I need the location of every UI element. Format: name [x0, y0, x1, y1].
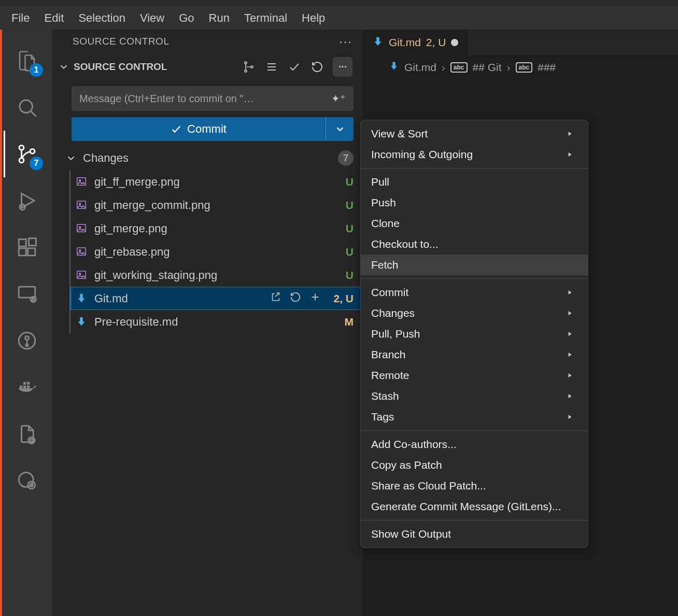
file-status: U	[346, 199, 354, 212]
menu-item-push[interactable]: Push	[361, 192, 588, 213]
menu-item-pull[interactable]: Pull	[361, 172, 588, 192]
file-row[interactable]: Git.md 2, U	[70, 287, 363, 310]
svg-rect-8	[19, 248, 26, 256]
activity-run-debug[interactable]	[4, 177, 50, 224]
svg-point-0	[20, 100, 33, 113]
menu-file[interactable]: File	[4, 7, 37, 29]
menu-item-remote[interactable]: Remote	[361, 365, 588, 386]
menu-item-view-sort[interactable]: View & Sort	[361, 123, 588, 144]
menu-item-branch[interactable]: Branch	[361, 344, 588, 365]
markdown-icon	[372, 36, 384, 50]
menu-item-label: Push	[371, 197, 396, 209]
file-status: U	[346, 246, 354, 258]
breadcrumbs[interactable]: Git.md › abc ## Git › abc ###	[363, 55, 678, 79]
commit-placeholder: Message (Ctrl+Enter to commit on "…	[79, 93, 254, 105]
scm-more-icon[interactable]: ···	[333, 57, 352, 77]
stage-icon[interactable]	[309, 291, 321, 306]
activity-gitlens[interactable]	[4, 317, 50, 364]
activity-explorer[interactable]: 1	[4, 37, 50, 84]
menu-view[interactable]: View	[133, 7, 172, 29]
menu-item-generate-commit-message-gitlens[interactable]: Generate Commit Message (GitLens)...	[361, 496, 588, 517]
file-name: git_rebase.png	[94, 245, 170, 259]
activity-search[interactable]	[4, 84, 50, 131]
menu-item-show-git-output[interactable]: Show Git Output	[361, 524, 588, 544]
commit-dropdown[interactable]	[326, 117, 354, 141]
chevron-right-icon	[566, 307, 573, 319]
explorer-badge: 1	[30, 63, 43, 77]
sparkle-icon[interactable]: ✦⁺	[331, 92, 346, 105]
menu-help[interactable]: Help	[294, 7, 332, 29]
menu-item-pull-push[interactable]: Pull, Push	[361, 324, 588, 344]
md-icon	[76, 292, 88, 305]
menu-item-changes[interactable]: Changes	[361, 303, 588, 324]
menu-item-label: Copy as Patch	[371, 459, 442, 471]
changes-header[interactable]: Changes 7	[52, 145, 363, 170]
activity-source-control[interactable]: 7	[4, 131, 50, 177]
scm-check-icon[interactable]	[287, 60, 302, 74]
activity-extensions[interactable]	[4, 224, 50, 271]
scm-list-icon[interactable]	[264, 60, 279, 74]
chevron-right-icon: ›	[507, 61, 511, 74]
file-name: git_ff_merge.png	[94, 175, 180, 189]
tab-dirty-indicator[interactable]	[451, 39, 458, 46]
editor-tab[interactable]: Git.md 2, U	[363, 30, 468, 55]
menu-selection[interactable]: Selection	[71, 7, 133, 29]
image-icon	[76, 222, 88, 235]
menu-item-stash[interactable]: Stash	[361, 386, 588, 407]
chevron-right-icon	[566, 128, 573, 140]
chevron-down-icon[interactable]	[58, 61, 69, 73]
breadcrumb-file[interactable]: Git.md	[404, 61, 436, 74]
scm-graph-icon[interactable]	[242, 60, 256, 74]
menu-edit[interactable]: Edit	[37, 7, 71, 29]
image-icon	[76, 269, 88, 282]
menu-item-fetch[interactable]: Fetch	[361, 255, 588, 275]
svg-rect-19	[23, 382, 26, 385]
menu-separator	[361, 168, 588, 169]
file-row[interactable]: git_merge_commit.png U	[70, 193, 363, 217]
changes-label: Changes	[83, 151, 129, 165]
file-status: 2, U	[333, 292, 354, 305]
markdown-icon	[389, 61, 399, 74]
scm-refresh-icon[interactable]	[310, 60, 324, 74]
file-row[interactable]: git_ff_merge.png U	[70, 170, 363, 193]
file-name: git_merge_commit.png	[94, 199, 210, 212]
breadcrumb-section[interactable]: ## Git	[473, 61, 502, 74]
file-row[interactable]: Pre-requisite.md M	[70, 310, 363, 333]
menu-terminal[interactable]: Terminal	[237, 7, 294, 29]
menu-item-clone[interactable]: Clone	[361, 213, 588, 234]
menu-item-incoming-outgoing[interactable]: Incoming & Outgoing	[361, 144, 588, 165]
chevron-right-icon	[566, 286, 573, 299]
menu-run[interactable]: Run	[202, 7, 237, 29]
menu-item-tags[interactable]: Tags	[361, 407, 588, 427]
menu-item-checkout-to[interactable]: Checkout to...	[361, 234, 588, 255]
file-row[interactable]: git_working_staging.png U	[70, 263, 363, 287]
menu-go[interactable]: Go	[172, 7, 201, 29]
breadcrumb-subsection[interactable]: ###	[538, 61, 556, 74]
menu-item-copy-as-patch[interactable]: Copy as Patch	[361, 455, 588, 475]
open-file-icon[interactable]	[270, 291, 281, 306]
activity-inspect[interactable]	[4, 457, 50, 504]
menu-item-commit[interactable]: Commit	[361, 282, 588, 303]
file-row[interactable]: git_merge.png U	[70, 217, 363, 240]
chevron-down-icon	[65, 152, 77, 164]
changes-count-badge: 7	[338, 150, 354, 166]
sidebar-more-icon[interactable]: ···	[339, 34, 352, 49]
menu-item-add-co-authors[interactable]: Add Co-authors...	[361, 434, 588, 455]
activity-docker[interactable]	[4, 364, 50, 411]
menu-item-label: View & Sort	[371, 128, 428, 140]
menu-item-share-as-cloud-patch[interactable]: Share as Cloud Patch...	[361, 475, 588, 496]
commit-button[interactable]: Commit	[72, 117, 326, 141]
svg-point-14	[25, 336, 29, 340]
image-icon	[76, 246, 88, 258]
commit-message-input[interactable]: Message (Ctrl+Enter to commit on "… ✦⁺	[72, 86, 354, 111]
chevron-right-icon	[566, 369, 573, 382]
activity-cpp[interactable]	[4, 411, 50, 457]
scm-context-menu[interactable]: View & SortIncoming & OutgoingPullPushCl…	[360, 120, 588, 548]
discard-icon[interactable]	[290, 291, 301, 306]
svg-rect-16	[20, 386, 22, 388]
file-name: git_working_staging.png	[94, 269, 217, 282]
activity-remote[interactable]	[4, 271, 50, 317]
menu-item-label: Generate Commit Message (GitLens)...	[371, 500, 561, 513]
file-row[interactable]: git_rebase.png U	[70, 240, 363, 263]
sidebar: SOURCE CONTROL ··· SOURCE CONTROL ··· Me…	[52, 30, 363, 616]
